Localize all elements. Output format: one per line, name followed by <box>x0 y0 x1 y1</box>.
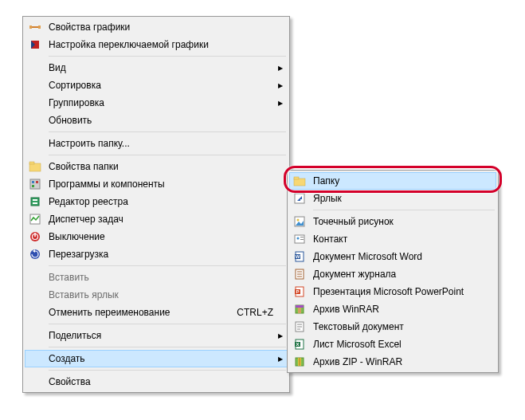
menu-item-programs[interactable]: Программы и компоненты <box>25 175 288 193</box>
menu-label: Ярлык <box>313 193 482 204</box>
folder-props-icon <box>28 159 42 174</box>
taskmgr-icon <box>28 212 42 226</box>
shortcut-icon <box>292 191 307 206</box>
svg-rect-6 <box>29 162 34 164</box>
winrar-icon <box>292 302 307 316</box>
folder-icon <box>292 174 307 188</box>
submenu-item-word[interactable]: W Документ Microsoft Word <box>289 248 496 265</box>
svg-rect-21 <box>294 177 299 179</box>
contact-icon <box>292 232 307 246</box>
submenu-item-contact[interactable]: Контакт <box>289 230 496 248</box>
menu-item-create[interactable]: Создать ▶ <box>25 350 288 367</box>
svg-rect-20 <box>294 179 305 186</box>
svg-rect-7 <box>30 179 40 189</box>
menu-label: Контакт <box>313 234 482 245</box>
context-menu-create: Папку Ярлык Точечный рисунок Контакт W Д… <box>287 170 499 373</box>
amd-icon <box>28 37 42 52</box>
menu-label: Лист Microsoft Excel <box>313 339 482 350</box>
submenu-item-bitmap[interactable]: Точечный рисунок <box>289 213 496 230</box>
menu-label: Сортировка <box>49 80 273 91</box>
menu-separator <box>49 155 286 155</box>
menu-label: Поделиться <box>49 330 273 341</box>
context-menu-main: Свойства графики Настройка переключаемой… <box>22 16 290 393</box>
submenu-item-powerpoint[interactable]: P Презентация Microsoft PowerPoint <box>289 283 496 300</box>
menu-item-paste-shortcut: Вставить ярлык <box>25 286 288 304</box>
menu-label: Создать <box>49 353 273 364</box>
menu-separator <box>313 210 495 210</box>
svg-text:W: W <box>296 254 300 259</box>
menu-label: Вид <box>49 62 273 73</box>
svg-point-25 <box>297 219 300 222</box>
menu-item-restart[interactable]: Перезагрузка <box>25 245 288 263</box>
submenu-item-shortcut[interactable]: Ярлык <box>289 190 496 207</box>
svg-rect-11 <box>31 198 39 206</box>
regedit-icon <box>28 194 42 209</box>
menu-separator <box>49 347 286 347</box>
shutdown-icon <box>28 230 42 244</box>
svg-rect-12 <box>33 199 37 201</box>
svg-rect-8 <box>32 181 34 183</box>
menu-label: Настроить папку... <box>49 138 273 149</box>
menu-label: Презентация Microsoft PowerPoint <box>313 286 482 297</box>
menu-label: Программы и компоненты <box>49 179 273 190</box>
menu-separator <box>49 370 286 371</box>
excel-icon: X <box>292 337 307 351</box>
menu-label: Выключение <box>49 231 273 242</box>
submenu-arrow-icon: ▶ <box>278 65 283 72</box>
submenu-item-journal[interactable]: Документ журнала <box>289 265 496 283</box>
menu-item-graphics-props[interactable]: Свойства графики <box>25 18 288 36</box>
menu-separator <box>49 324 286 324</box>
menu-separator <box>49 131 286 132</box>
menu-item-regedit[interactable]: Редактор реестра <box>25 193 288 210</box>
menu-label: Обновить <box>49 115 273 126</box>
submenu-item-folder[interactable]: Папку <box>289 172 496 190</box>
svg-text:P: P <box>296 289 299 294</box>
menu-item-view[interactable]: Вид ▶ <box>25 59 288 77</box>
journal-icon <box>292 267 307 281</box>
powerpoint-icon: P <box>292 285 307 299</box>
bitmap-icon <box>292 214 307 229</box>
submenu-item-winrar[interactable]: Архив WinRAR <box>289 300 496 318</box>
menu-label: Свойства <box>49 376 273 387</box>
submenu-item-text[interactable]: Текстовый документ <box>289 318 496 336</box>
menu-label: Архив ZIP - WinRAR <box>313 356 482 367</box>
menu-item-sort[interactable]: Сортировка ▶ <box>25 77 288 94</box>
menu-label: Перезагрузка <box>49 249 273 260</box>
menu-item-folder-props[interactable]: Свойства папки <box>25 158 288 175</box>
menu-item-group[interactable]: Группировка ▶ <box>25 94 288 112</box>
menu-label: Диспетчер задач <box>49 214 273 225</box>
menu-item-paste: Вставить <box>25 269 288 286</box>
menu-item-shutdown[interactable]: Выключение <box>25 228 288 245</box>
menu-label: Документ Microsoft Word <box>313 251 482 262</box>
svg-rect-5 <box>29 163 41 171</box>
submenu-arrow-icon: ▶ <box>278 332 283 340</box>
menu-label: Настройка переключаемой графики <box>49 39 273 50</box>
menu-label: Вставить ярлык <box>49 289 273 300</box>
menu-item-undo-rename[interactable]: Отменить переименование CTRL+Z <box>25 304 288 321</box>
submenu-arrow-icon: ▶ <box>278 82 283 89</box>
menu-label: Архив WinRAR <box>313 304 482 315</box>
menu-label: Свойства папки <box>49 161 273 172</box>
svg-rect-13 <box>33 202 37 204</box>
svg-rect-29 <box>300 237 304 237</box>
submenu-item-excel[interactable]: X Лист Microsoft Excel <box>289 336 496 353</box>
menu-item-share[interactable]: Поделиться ▶ <box>25 327 288 344</box>
menu-label: Свойства графики <box>49 22 273 33</box>
menu-label: Папку <box>313 175 482 186</box>
word-icon: W <box>292 249 307 264</box>
menu-separator <box>49 56 286 57</box>
svg-rect-42 <box>296 305 304 308</box>
restart-icon <box>28 247 42 261</box>
svg-point-28 <box>297 237 300 240</box>
svg-rect-1 <box>29 26 32 29</box>
text-icon <box>292 320 307 334</box>
menu-item-switchable-graphics[interactable]: Настройка переключаемой графики <box>25 36 288 53</box>
menu-item-refresh[interactable]: Обновить <box>25 112 288 129</box>
menu-label: Отменить переименование <box>49 307 221 318</box>
menu-item-taskmgr[interactable]: Диспетчер задач <box>25 210 288 228</box>
intel-icon <box>28 20 42 34</box>
menu-item-properties[interactable]: Свойства <box>25 373 288 391</box>
svg-text:X: X <box>296 342 299 347</box>
menu-item-customize-folder[interactable]: Настроить папку... <box>25 135 288 152</box>
submenu-item-zip[interactable]: Архив ZIP - WinRAR <box>289 353 496 371</box>
